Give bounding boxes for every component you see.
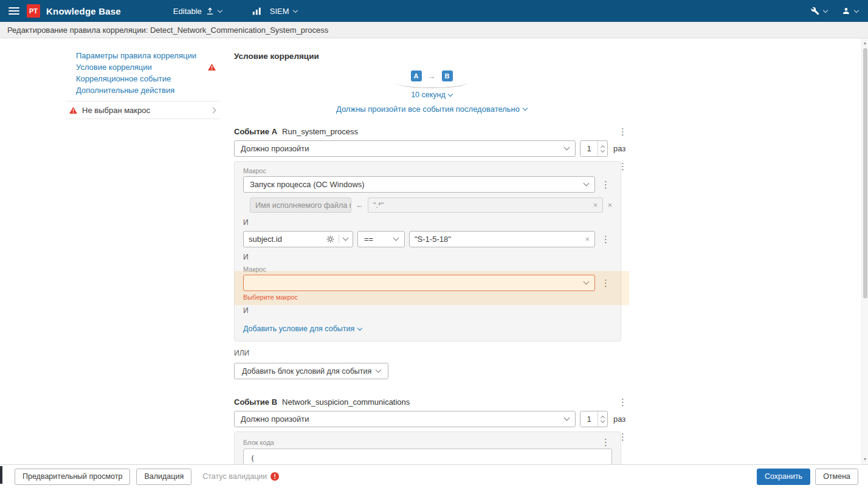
operator-value: == <box>364 235 373 244</box>
macro-label: Макрос <box>243 266 612 273</box>
sequence-mode-dropdown[interactable]: Должны произойти все события последовате… <box>234 105 629 114</box>
side-panel-handle[interactable] <box>0 466 2 484</box>
event-b-name: Network_suspicion_communications <box>282 397 410 407</box>
event-a-menu-button[interactable]: ⋮ <box>616 127 629 136</box>
add-condition-block-button[interactable]: Добавить блок условий для события <box>234 363 388 379</box>
nav-item-additional-actions[interactable]: Дополнительные действия <box>76 86 216 94</box>
macro-parameter-name: Имя исполняемого файла проц... <box>250 198 351 213</box>
sequence-diagram: A → B 10 секунд Должны произойти все соб… <box>234 70 629 114</box>
top-bar: PT Knowledge Base Editable SIEM <box>0 0 868 22</box>
page-title: Редактирование правила корреляции: Detec… <box>7 26 328 35</box>
event-badge-b[interactable]: B <box>442 70 453 81</box>
scroll-up-icon[interactable]: ▲ <box>862 40 868 47</box>
event-a-label: Событие A <box>234 127 277 136</box>
event-a-name: Run_system_process <box>282 127 358 136</box>
condition-group-menu-button[interactable]: ⋮ <box>616 162 629 171</box>
field-value-field[interactable] <box>415 235 581 244</box>
count-spinner[interactable] <box>598 141 607 156</box>
clear-icon[interactable]: × <box>593 201 598 209</box>
editable-dropdown[interactable]: Editable <box>173 7 222 16</box>
count-input <box>580 140 608 157</box>
validate-button[interactable]: Валидация <box>136 469 191 485</box>
page-header: Редактирование правила корреляции: Detec… <box>0 22 868 38</box>
hamburger-menu-icon[interactable] <box>9 7 19 15</box>
warning-triangle-icon <box>208 64 216 70</box>
warning-triangle-icon <box>69 107 77 114</box>
nav-item-label: Параметры правила корреляции <box>76 52 196 60</box>
field-value-input: × <box>409 231 595 247</box>
macro-select-empty[interactable] <box>243 275 595 291</box>
count-field[interactable] <box>580 141 598 156</box>
clear-icon[interactable]: × <box>585 235 590 243</box>
macro-warning-label: Не выбран макрос <box>82 106 206 115</box>
macro-parameter-value: ".*" <box>373 201 384 210</box>
scrollbar-thumb[interactable] <box>863 48 867 298</box>
siem-dropdown[interactable]: SIEM <box>270 7 297 16</box>
window-duration-value: 10 секунд <box>411 91 446 99</box>
add-condition-block-label: Добавить блок условий для события <box>242 367 371 376</box>
event-b-menu-button[interactable]: ⋮ <box>616 397 629 407</box>
count-spinner-b[interactable] <box>598 411 607 427</box>
macro-parameter-row: Имя исполняемого файла проц... ← ".*" × … <box>250 198 612 213</box>
window-duration-dropdown[interactable]: 10 секунд <box>411 91 452 99</box>
macro-warning-row[interactable]: Не выбран макрос <box>66 101 220 119</box>
count-input-b <box>580 411 608 427</box>
and-label: И <box>243 306 612 315</box>
publish-icon <box>206 7 214 15</box>
field-name: subject.id <box>249 235 322 244</box>
spinner-down-icon[interactable] <box>601 418 605 422</box>
add-condition-link[interactable]: Добавить условие для события <box>243 325 362 333</box>
event-badge-a[interactable]: A <box>411 70 422 81</box>
code-block-menu-button[interactable]: ⋮ <box>599 438 612 447</box>
gear-icon[interactable] <box>326 235 334 243</box>
statistics-button[interactable] <box>252 7 261 15</box>
event-b-section: Событие B Network_suspicion_communicatio… <box>234 397 629 464</box>
section-title: Условие корреляции <box>234 52 629 61</box>
nav-item-label: Дополнительные действия <box>76 86 174 94</box>
validation-error-text: Выберите макрос <box>243 294 612 301</box>
macro-row-menu-button[interactable]: ⋮ <box>599 180 612 189</box>
and-label: И <box>243 253 612 261</box>
vertical-scrollbar[interactable]: ▲ ▼ <box>861 38 868 464</box>
chevron-down-icon <box>564 145 570 151</box>
macro-select-value: Запуск процесса (ОС Windows) <box>250 180 365 189</box>
operator-select[interactable]: == <box>357 231 405 247</box>
validation-status-label: Статус валидации <box>202 472 267 481</box>
occurrence-select[interactable]: Должно произойти <box>234 140 576 157</box>
macro-empty-menu-button[interactable]: ⋮ <box>599 278 612 287</box>
occurrence-select-b[interactable]: Должно произойти <box>234 411 576 427</box>
nav-item-parameters[interactable]: Параметры правила корреляции <box>76 52 216 60</box>
arrow-left-icon: ← <box>356 201 363 210</box>
sequence-arc <box>396 83 467 88</box>
spinner-down-icon[interactable] <box>601 148 605 152</box>
preview-button[interactable]: Предварительный просмотр <box>15 469 130 485</box>
divider <box>339 235 339 244</box>
chevron-down-icon <box>357 325 362 330</box>
scroll-down-icon[interactable]: ▼ <box>862 456 868 463</box>
chevron-down-icon <box>218 7 222 12</box>
field-select[interactable]: subject.id <box>243 231 353 247</box>
condition-group-b-menu-button[interactable]: ⋮ <box>616 432 629 441</box>
chevron-down-icon <box>448 91 453 96</box>
count-field-b[interactable] <box>580 411 598 427</box>
cancel-button[interactable]: Отмена <box>815 469 858 485</box>
chevron-right-icon <box>210 107 216 113</box>
code-line: ( <box>250 454 605 464</box>
nav-item-correlation-event[interactable]: Корреляционное событие <box>76 75 216 83</box>
code-editor[interactable]: ( (event_src.title == "endpoint_monitor"… <box>243 448 612 464</box>
event-a-section: Событие A Run_system_process ⋮ Должно пр… <box>234 127 629 379</box>
account-dropdown[interactable] <box>842 7 858 15</box>
siem-label: SIEM <box>270 7 289 16</box>
tools-dropdown[interactable] <box>811 7 827 15</box>
nav-item-condition[interactable]: Условие корреляции <box>76 63 216 71</box>
nav-item-label: Корреляционное событие <box>76 75 171 83</box>
remove-parameter-icon[interactable]: × <box>607 201 612 209</box>
chevron-down-icon <box>584 180 590 187</box>
user-icon <box>842 7 850 15</box>
condition-row-menu-button[interactable]: ⋮ <box>599 235 612 244</box>
macro-parameter-value-input[interactable]: ".*" × <box>368 198 603 213</box>
code-block-label: Блок кода <box>243 439 595 446</box>
save-button[interactable]: Сохранить <box>757 469 810 485</box>
macro-select[interactable]: Запуск процесса (ОС Windows) <box>243 176 595 193</box>
bar-chart-icon <box>252 7 261 15</box>
